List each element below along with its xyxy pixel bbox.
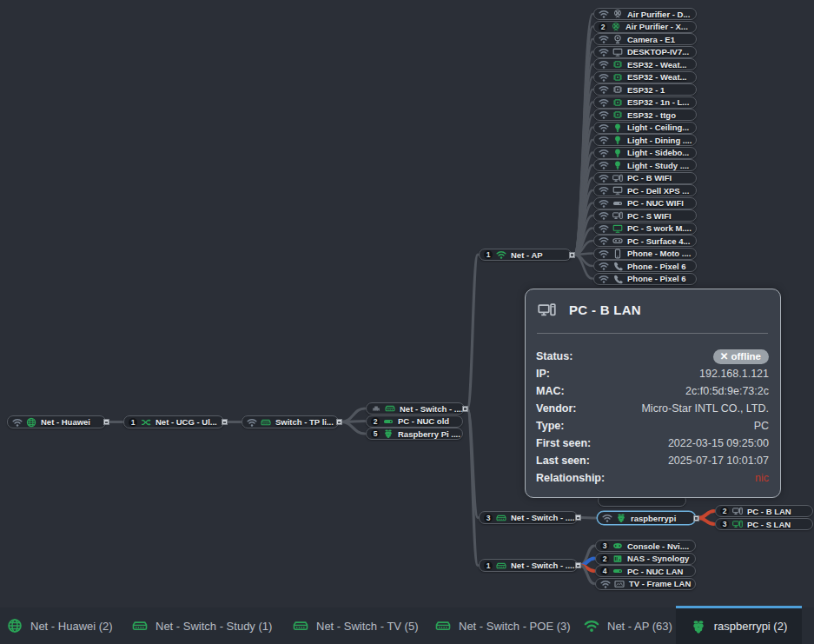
- wifi-connection-icon: [599, 97, 609, 108]
- tab-net-switch-study-1-[interactable]: Net - Switch - Study (1): [132, 607, 272, 644]
- shuffle-icon: [141, 417, 151, 428]
- switch-icon: [261, 417, 271, 428]
- node-label: PC - Dell XPS ...: [627, 186, 689, 196]
- node-ap-c7[interactable]: ESP32 - 1: [593, 83, 697, 96]
- tab-raspberrypi-2-[interactable]: raspberrypi (2): [676, 606, 802, 644]
- node-label: Net - AP: [511, 250, 543, 260]
- switch-icon: [496, 513, 506, 523]
- desktop-icon: [732, 506, 743, 516]
- popup-row-relationship: Relationship:nic: [536, 469, 769, 487]
- node-ap-c21[interactable]: Phone - Pixel 6: [593, 260, 697, 272]
- node-label: DESKTOP-IV7...: [627, 47, 689, 56]
- node-ap-c14[interactable]: PC - B WIFI: [593, 172, 697, 184]
- wifi-connection-icon: [599, 34, 609, 44]
- monitor-icon: [612, 47, 623, 57]
- field-value: PC: [754, 420, 769, 432]
- node-label: NAS - Synology: [627, 554, 689, 563]
- tab-net-ap-63-[interactable]: Net - AP (63): [584, 607, 672, 644]
- wifi-connection-icon: [599, 72, 609, 83]
- tab-net-huawei-2-[interactable]: Net - Huawei (2): [7, 607, 113, 644]
- node-label: TV - Frame LAN: [629, 579, 691, 588]
- connector-port[interactable]: [222, 419, 228, 425]
- field-label: Last seen:: [536, 455, 590, 467]
- node-raspberrypi[interactable]: raspberrypi: [597, 511, 696, 525]
- field-label: Vendor:: [536, 402, 577, 415]
- wifi-connection-icon: [599, 236, 609, 246]
- node-label: Phone - Pixel 6: [627, 262, 686, 271]
- wifi-connection-icon: [599, 84, 609, 95]
- field-value: 2025-07-17 10:01:07: [668, 455, 769, 467]
- bottom-tab-bar: Net - Huawei (2)Net - Switch - Study (1)…: [0, 607, 814, 644]
- node-net-ap[interactable]: 1Net - AP: [479, 249, 572, 261]
- node-ap-c10[interactable]: Light - Ceiling...: [593, 122, 697, 134]
- node-ap-c12[interactable]: Light - Sidebo...: [593, 147, 697, 159]
- edge-raspberrypi-pc-s-lan: [698, 518, 714, 524]
- node-switch-study[interactable]: 3Net - Switch - ....: [479, 511, 578, 524]
- vr-icon: [612, 236, 623, 246]
- node-ap-c16[interactable]: PC - NUC WIFI: [593, 197, 697, 209]
- connector-port[interactable]: [462, 406, 468, 412]
- handset-icon: [612, 274, 623, 284]
- node-raspberry-pi[interactable]: 5Raspberry Pi ....: [366, 428, 463, 440]
- node-net-huawei[interactable]: Net - Huawei: [7, 415, 106, 428]
- minipc-icon: [612, 198, 623, 209]
- popup-row-lastseen: Last seen:2025-07-17 10:01:07: [536, 452, 769, 469]
- switch-icon: [496, 561, 506, 571]
- node-ap-c15[interactable]: PC - Dell XPS ...: [593, 184, 697, 196]
- node-ap-c13[interactable]: Light - Study ....: [593, 159, 697, 171]
- connector-port[interactable]: [336, 419, 342, 425]
- connector-port[interactable]: [103, 419, 109, 425]
- tab-net-switch-tv-5-[interactable]: Net - Switch - TV (5): [293, 607, 419, 644]
- node-label: PC - S WIFI: [627, 211, 672, 221]
- node-switch-tp[interactable]: Switch - TP li...: [242, 415, 339, 428]
- tv-icon: [614, 579, 625, 589]
- node-net-switch-poe[interactable]: Net - Switch - ....: [366, 402, 465, 415]
- wifi-connection-icon: [599, 249, 609, 259]
- node-ap-c5[interactable]: ESP32 - Weat...: [593, 58, 697, 70]
- port-number: 2: [600, 554, 609, 563]
- tab-net-switch-poe-3-[interactable]: Net - Switch - POE (3): [435, 607, 571, 644]
- node-ap-c4[interactable]: DESKTOP-IV7...: [593, 46, 697, 58]
- node-switch-tv[interactable]: 1Net - Switch - ....: [479, 559, 578, 572]
- switch-icon: [435, 618, 451, 634]
- wifi-connection-icon: [599, 261, 609, 271]
- node-ap-c18[interactable]: PC - S work M....: [593, 222, 697, 235]
- field-value: Micro-Star INTL CO., LTD.: [641, 402, 769, 415]
- node-ap-c19[interactable]: PC - Surface 4...: [593, 235, 697, 247]
- node-net-ucg[interactable]: 1Net - UCG - Ul...: [123, 415, 224, 428]
- node-pc-nuc-old[interactable]: 2PC - NUC old: [366, 415, 463, 428]
- tab-label: Net - Switch - Study (1): [156, 620, 272, 633]
- connector-port[interactable]: [693, 515, 699, 521]
- node-ap-c6[interactable]: ESP32 - Weat...: [593, 71, 697, 83]
- handset-icon: [612, 261, 623, 271]
- gamepad-icon: [612, 541, 623, 551]
- globe-icon: [26, 417, 36, 428]
- connector-port[interactable]: [575, 562, 581, 568]
- node-ap-c22[interactable]: Phone - Pixel 6: [593, 273, 697, 285]
- node-pc-b-lan[interactable]: 2PC - B LAN: [715, 505, 813, 517]
- wifi-connection-icon: [599, 123, 609, 133]
- wifi-connection-icon: [599, 47, 609, 57]
- connector-port[interactable]: [569, 252, 575, 258]
- field-value: 2022-03-15 09:25:00: [668, 437, 769, 449]
- node-ap-c2[interactable]: 2Air Purifier - X...: [593, 21, 697, 33]
- wifi-connection-icon: [599, 59, 609, 70]
- minipc-icon: [612, 566, 623, 576]
- node-ap-c3[interactable]: Camera - E1: [593, 33, 697, 45]
- node-label: Net - Switch - ....: [400, 404, 463, 414]
- port-number: 2: [371, 417, 380, 426]
- connector-port[interactable]: [575, 515, 581, 521]
- node-ap-c9[interactable]: ESP32 - ttgo: [593, 109, 697, 121]
- node-pc-s-lan[interactable]: 3PC - S LAN: [715, 518, 813, 530]
- node-ap-c11[interactable]: Light - Dining ....: [593, 134, 697, 146]
- node-nas[interactable]: 2NAS - Synology: [595, 553, 696, 565]
- node-label: PC - Surface 4...: [627, 236, 690, 246]
- node-ap-c20[interactable]: Phone - Moto ....: [593, 248, 697, 260]
- node-console[interactable]: 3Console - Nvi....: [595, 540, 696, 552]
- node-tv-frame[interactable]: TV - Frame LAN: [595, 578, 696, 590]
- node-ap-c1[interactable]: Air Purifier - D...: [593, 8, 697, 20]
- node-pc-nuc-lan[interactable]: 4PC - NUC LAN: [595, 565, 696, 577]
- wifi-connection-icon: [599, 9, 609, 19]
- node-ap-c8[interactable]: ESP32 - 1n - L...: [593, 96, 697, 109]
- node-ap-c17[interactable]: PC - S WIFI: [593, 209, 697, 222]
